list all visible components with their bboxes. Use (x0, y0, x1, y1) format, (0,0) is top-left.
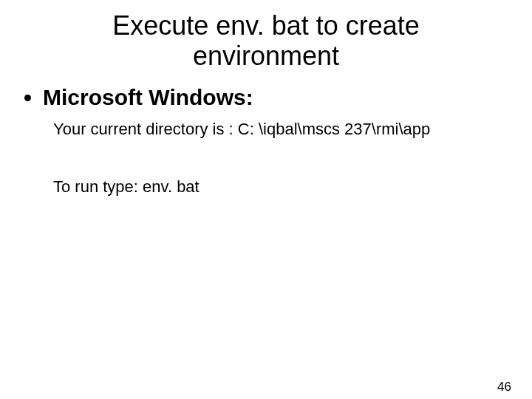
run-line: To run type: env. bat (53, 177, 511, 198)
slide-title: Execute env. bat to create environment (44, 10, 488, 72)
bullet-list: Microsoft Windows: (21, 85, 511, 110)
bullet-item-windows: Microsoft Windows: (43, 85, 511, 110)
directory-line: Your current directory is : C: \iqbal\ms… (53, 119, 511, 140)
slide-body: Microsoft Windows: Your current director… (21, 85, 511, 198)
slide: Execute env. bat to create environment M… (0, 10, 532, 399)
spacer (21, 140, 511, 168)
bullet-item-label: Microsoft Windows: (43, 85, 253, 109)
page-number: 46 (497, 380, 511, 395)
